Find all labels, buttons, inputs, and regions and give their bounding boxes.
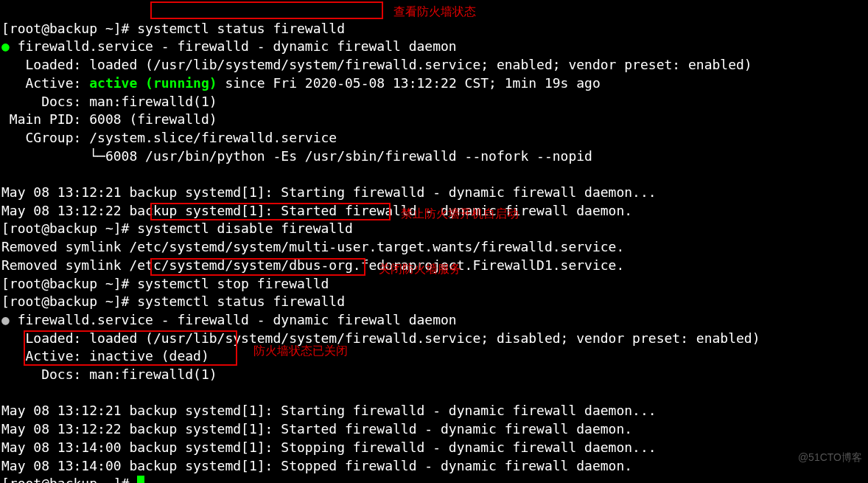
cmd-status-1[interactable]: systemctl status firewalld (137, 21, 345, 36)
unit-line: firewalld.service - firewalld - dynamic … (10, 38, 457, 54)
log-line: May 08 13:12:22 backup systemd[1]: Start… (1, 421, 632, 437)
active-prefix: Active: (1, 75, 89, 91)
log-line: May 08 13:12:21 backup systemd[1]: Start… (1, 184, 657, 200)
terminal-output: [root@backup ~]# systemctl status firewa… (0, 0, 868, 483)
prompt: [root@backup ~]# (1, 220, 137, 236)
docs-line: Docs: man:firewalld(1) (1, 94, 217, 109)
log-line: May 08 13:12:21 backup systemd[1]: Start… (1, 403, 657, 418)
watermark: @51CTO博客 (798, 448, 862, 467)
cmd-disable[interactable]: systemctl disable firewalld (137, 220, 353, 236)
cmd-status-2[interactable]: systemctl status firewalld (137, 293, 345, 309)
log-line: May 08 13:14:00 backup systemd[1]: Stopp… (1, 458, 632, 473)
output-line: Removed symlink /etc/systemd/system/dbus… (1, 257, 624, 273)
status-dot-active: ● (1, 38, 10, 54)
main-pid-line: Main PID: 6008 (firewalld) (1, 111, 217, 127)
active-suffix: since Fri 2020-05-08 13:12:22 CST; 1min … (217, 75, 601, 91)
cgroup-child-line: └─6008 /usr/bin/python -Es /usr/sbin/fir… (1, 148, 592, 164)
docs-line: Docs: man:firewalld(1) (1, 366, 217, 382)
prompt: [root@backup ~]# (1, 276, 137, 291)
loaded-line: Loaded: loaded (/usr/lib/systemd/system/… (1, 57, 752, 72)
active-line-inactive: Active: inactive (dead) (1, 348, 209, 364)
log-line: May 08 13:14:00 backup systemd[1]: Stopp… (1, 439, 657, 455)
prompt: [root@backup ~]# (1, 21, 137, 36)
prompt: [root@backup ~]# (1, 293, 137, 309)
loaded-line: Loaded: loaded (/usr/lib/systemd/system/… (1, 330, 760, 346)
prompt: [root@backup ~]# (1, 476, 137, 483)
cursor-icon[interactable] (137, 476, 144, 483)
log-line: May 08 13:12:22 backup systemd[1]: Start… (1, 203, 632, 218)
unit-line: firewalld.service - firewalld - dynamic … (10, 312, 457, 327)
status-dot-inactive: ● (1, 312, 10, 327)
output-line: Removed symlink /etc/systemd/system/mult… (1, 239, 624, 254)
active-state-running: active (running) (89, 75, 217, 91)
cgroup-line: CGroup: /system.slice/firewalld.service (1, 130, 337, 145)
cmd-stop[interactable]: systemctl stop firewalld (137, 276, 329, 291)
